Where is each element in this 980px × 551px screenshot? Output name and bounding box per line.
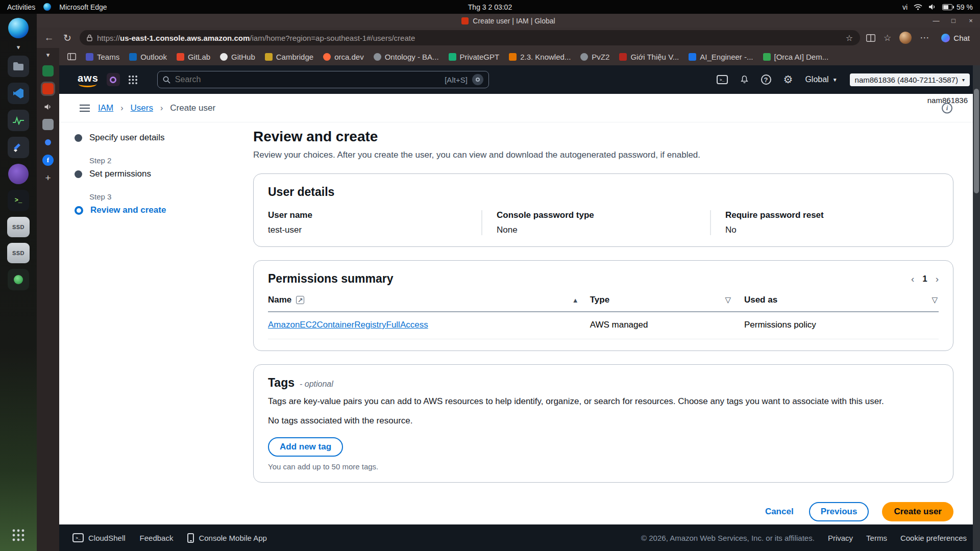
field-value: test-user — [268, 225, 471, 235]
scrollbar-thumb[interactable] — [974, 89, 979, 193]
sidebar-toggle-icon[interactable] — [67, 53, 76, 60]
privacy-link[interactable]: Privacy — [828, 534, 853, 542]
current-page[interactable]: 1 — [922, 274, 927, 284]
site-security-icon[interactable] — [87, 34, 92, 41]
console-search[interactable]: [Alt+S] — [157, 71, 489, 88]
activities-button[interactable]: Activities — [7, 3, 35, 11]
account-menu-button[interactable]: nam861836 (4840-7211-3587) ▾ — [850, 73, 970, 86]
profile-avatar[interactable] — [899, 32, 912, 44]
edge-dock-icon[interactable] — [8, 18, 29, 38]
bookmark-item[interactable]: GitLab — [177, 53, 210, 61]
type-filter-icon[interactable]: ▽ — [725, 295, 731, 305]
previous-button[interactable]: Previous — [809, 502, 869, 521]
maximize-button[interactable]: □ — [949, 17, 958, 24]
bookmark-item[interactable]: Cambridge — [265, 53, 313, 61]
bookmark-item[interactable]: orca.dev — [323, 53, 364, 61]
breadcrumb-iam[interactable]: IAM — [98, 103, 113, 113]
bookmark-item[interactable]: [Orca AI] Dem... — [763, 53, 829, 61]
policy-link[interactable]: AmazonEC2ContainerRegistryFullAccess — [268, 320, 428, 330]
github-desktop-icon[interactable] — [8, 164, 29, 184]
address-bar[interactable]: https://us-east-1.console.aws.amazon.com… — [80, 30, 860, 45]
tabstrip-collapse-icon[interactable]: ▾ — [46, 51, 50, 59]
breadcrumb-users[interactable]: Users — [131, 103, 153, 113]
system-tray[interactable]: vi 59 % — [902, 3, 973, 11]
wizard-steps: Specify user details Step 2 Set permissi… — [59, 122, 253, 524]
console-mobile-app-button[interactable]: Console Mobile App — [187, 533, 266, 543]
step-set-permissions[interactable]: Set permissions — [75, 169, 253, 179]
terminal-icon[interactable]: >_ — [8, 190, 29, 211]
used-as-filter-icon[interactable]: ▽ — [932, 295, 938, 305]
cloudshell-nav-icon[interactable]: >_ — [717, 75, 728, 84]
step-review-and-create[interactable]: Review and create — [75, 205, 253, 215]
console-footer: >_ CloudShell Feedback Console Mobile Ap… — [59, 524, 980, 551]
step-label[interactable]: Set permissions — [89, 169, 151, 179]
cancel-button[interactable]: Cancel — [763, 503, 796, 520]
dock-chevron-down-icon[interactable]: ▾ — [17, 44, 20, 50]
region-selector[interactable]: Global ▼ — [805, 75, 837, 84]
vscode-icon[interactable] — [8, 83, 29, 104]
input-language-indicator[interactable]: vi — [902, 3, 908, 11]
bookmark-item[interactable]: GitHub — [220, 53, 255, 61]
notifications-bell-icon[interactable] — [740, 75, 749, 84]
feedback-button[interactable]: Feedback — [140, 534, 174, 542]
minimize-button[interactable]: — — [932, 17, 940, 24]
step-label[interactable]: Review and create — [90, 205, 166, 215]
search-settings-icon[interactable] — [472, 74, 483, 85]
column-type[interactable]: Type — [590, 295, 609, 305]
ssd-drive-icon[interactable]: SSD — [7, 217, 30, 237]
tab-favicon-blue[interactable] — [42, 137, 54, 148]
page-prev-icon[interactable]: ‹ — [911, 273, 914, 285]
step-label[interactable]: Specify user details — [89, 133, 164, 143]
cookie-preferences-link[interactable]: Cookie preferences — [900, 534, 967, 542]
favorite-star-icon[interactable]: ☆ — [846, 33, 853, 43]
system-clock[interactable]: Thg 3 2 03:02 — [468, 3, 512, 11]
chat-button[interactable]: Chat — [937, 32, 974, 44]
tab-favicon-facebook[interactable]: f — [42, 155, 54, 166]
bookmark-item[interactable]: 2.3. Knowled... — [509, 53, 571, 61]
split-screen-icon[interactable] — [866, 34, 875, 42]
iam-service-icon[interactable] — [107, 73, 120, 86]
browser-essentials-icon[interactable]: ☆ — [884, 33, 891, 43]
files-app-icon[interactable] — [8, 56, 29, 77]
side-nav-hamburger-icon[interactable] — [80, 105, 90, 112]
help-icon[interactable]: ? — [761, 74, 771, 85]
refresh-button[interactable]: ↻ — [61, 32, 74, 44]
package-app-icon[interactable] — [8, 269, 29, 290]
create-user-button[interactable]: Create user — [882, 502, 953, 521]
ssd-drive-icon-2[interactable]: SSD — [7, 243, 30, 263]
bookmark-item[interactable]: Outlook — [129, 53, 167, 61]
show-apps-icon[interactable] — [8, 524, 29, 546]
bookmark-item[interactable]: PrivateGPT — [449, 53, 500, 61]
sort-ascending-icon[interactable]: ▲ — [572, 296, 579, 304]
bookmark-item[interactable]: Teams — [86, 53, 119, 61]
tab-favicon-generic[interactable] — [42, 119, 54, 130]
settings-gear-icon[interactable]: ⚙ — [783, 73, 793, 86]
bookmark-item[interactable]: AI_Engineer -... — [689, 53, 753, 61]
more-menu-icon[interactable]: ⋯ — [920, 32, 929, 43]
tab-favicon-active-iam[interactable] — [42, 83, 54, 94]
close-button[interactable]: × — [967, 17, 975, 24]
tab-audio-icon[interactable] — [42, 101, 54, 112]
services-grid-icon[interactable] — [128, 75, 138, 85]
tags-title: Tags — [268, 376, 295, 390]
text-editor-icon[interactable] — [8, 137, 29, 158]
aws-logo[interactable]: aws — [78, 72, 99, 87]
back-button[interactable]: ← — [43, 32, 55, 43]
tab-favicon-spreadsheet[interactable] — [42, 65, 54, 77]
new-tab-button[interactable]: + — [45, 172, 51, 184]
page-scrollbar[interactable] — [973, 65, 980, 551]
step-specify-user-details[interactable]: Specify user details — [75, 133, 253, 143]
add-new-tag-button[interactable]: Add new tag — [268, 437, 343, 457]
bookmark-item[interactable]: Giới Thiệu V... — [619, 53, 679, 61]
system-monitor-icon[interactable] — [8, 110, 29, 131]
cloudshell-footer-button[interactable]: >_ CloudShell — [72, 533, 126, 542]
column-used-as[interactable]: Used as — [744, 295, 777, 305]
page-next-icon[interactable]: › — [936, 273, 939, 285]
name-sort-link-icon[interactable]: ↗ — [296, 296, 304, 304]
info-icon[interactable]: i — [942, 103, 952, 113]
terms-link[interactable]: Terms — [866, 534, 887, 542]
bookmark-item[interactable]: Ontology - BA... — [374, 53, 439, 61]
bookmark-item[interactable]: PvZ2 — [580, 53, 609, 61]
column-name[interactable]: Name — [268, 295, 291, 305]
search-input[interactable] — [175, 75, 440, 84]
